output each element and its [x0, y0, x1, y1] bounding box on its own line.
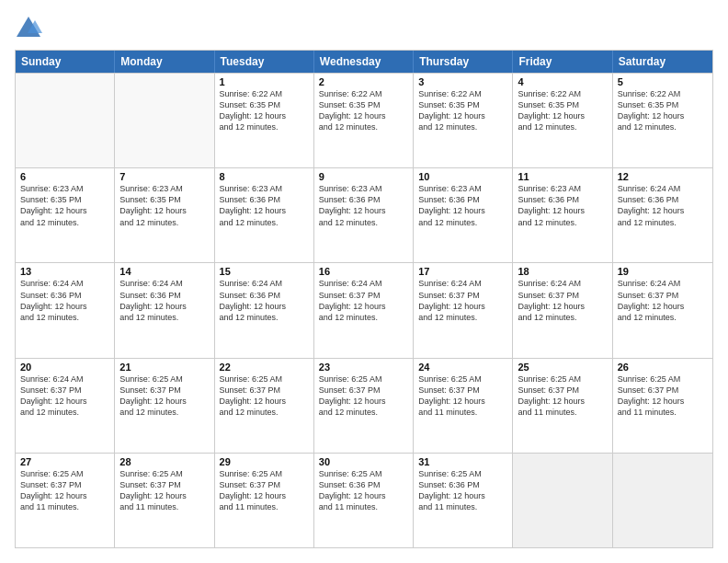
day-number: 15 [220, 266, 309, 277]
day-info: Sunrise: 6:24 AM Sunset: 6:37 PM Dayligh… [618, 278, 708, 323]
day-number: 16 [319, 266, 408, 277]
day-info: Sunrise: 6:25 AM Sunset: 6:37 PM Dayligh… [119, 373, 209, 419]
day-number: 3 [418, 76, 507, 87]
day-number: 20 [20, 362, 109, 373]
day-number: 14 [119, 266, 209, 277]
day-number: 18 [518, 266, 607, 277]
calendar-cell [513, 454, 612, 547]
day-number: 23 [319, 362, 408, 373]
day-info: Sunrise: 6:25 AM Sunset: 6:37 PM Dayligh… [119, 468, 209, 513]
day-number: 10 [418, 171, 507, 182]
day-info: Sunrise: 6:25 AM Sunset: 6:36 PM Dayligh… [418, 468, 507, 513]
calendar-cell: 20Sunrise: 6:24 AM Sunset: 6:37 PM Dayli… [16, 359, 115, 453]
calendar-cell: 24Sunrise: 6:25 AM Sunset: 6:37 PM Dayli… [414, 359, 513, 453]
page: SundayMondayTuesdayWednesdayThursdayFrid… [0, 0, 728, 563]
calendar-cell: 8Sunrise: 6:23 AM Sunset: 6:36 PM Daylig… [215, 168, 314, 262]
calendar-cell: 23Sunrise: 6:25 AM Sunset: 6:37 PM Dayli… [314, 359, 414, 453]
calendar-cell [16, 74, 115, 167]
day-number: 7 [119, 171, 209, 182]
day-number: 12 [618, 171, 708, 182]
day-number: 1 [220, 76, 309, 87]
day-info: Sunrise: 6:25 AM Sunset: 6:37 PM Dayligh… [319, 373, 408, 419]
day-info: Sunrise: 6:23 AM Sunset: 6:35 PM Dayligh… [119, 183, 209, 228]
day-number: 29 [220, 456, 309, 467]
calendar-cell [115, 74, 214, 167]
calendar: SundayMondayTuesdayWednesdayThursdayFrid… [15, 50, 713, 548]
day-info: Sunrise: 6:23 AM Sunset: 6:36 PM Dayligh… [220, 183, 309, 228]
calendar-cell: 21Sunrise: 6:25 AM Sunset: 6:37 PM Dayli… [115, 359, 214, 453]
day-info: Sunrise: 6:22 AM Sunset: 6:35 PM Dayligh… [319, 88, 408, 133]
calendar-cell: 1Sunrise: 6:22 AM Sunset: 6:35 PM Daylig… [215, 74, 314, 167]
calendar-cell: 19Sunrise: 6:24 AM Sunset: 6:37 PM Dayli… [613, 263, 712, 357]
day-info: Sunrise: 6:24 AM Sunset: 6:36 PM Dayligh… [20, 278, 109, 323]
calendar-cell: 14Sunrise: 6:24 AM Sunset: 6:36 PM Dayli… [115, 263, 214, 357]
day-info: Sunrise: 6:23 AM Sunset: 6:35 PM Dayligh… [20, 183, 109, 228]
day-info: Sunrise: 6:25 AM Sunset: 6:37 PM Dayligh… [20, 468, 109, 513]
day-info: Sunrise: 6:25 AM Sunset: 6:37 PM Dayligh… [220, 468, 309, 513]
calendar-cell: 11Sunrise: 6:23 AM Sunset: 6:36 PM Dayli… [513, 168, 612, 262]
day-number: 17 [418, 266, 507, 277]
header-day-sunday: Sunday [16, 51, 115, 73]
calendar-cell: 7Sunrise: 6:23 AM Sunset: 6:35 PM Daylig… [115, 168, 214, 262]
day-number: 8 [220, 171, 309, 182]
calendar-cell: 2Sunrise: 6:22 AM Sunset: 6:35 PM Daylig… [314, 74, 414, 167]
calendar-cell: 30Sunrise: 6:25 AM Sunset: 6:36 PM Dayli… [314, 454, 414, 547]
day-info: Sunrise: 6:23 AM Sunset: 6:36 PM Dayligh… [319, 183, 408, 228]
header [15, 15, 713, 40]
week-row-0: 1Sunrise: 6:22 AM Sunset: 6:35 PM Daylig… [16, 73, 712, 167]
day-number: 6 [20, 171, 109, 182]
calendar-body: 1Sunrise: 6:22 AM Sunset: 6:35 PM Daylig… [16, 73, 712, 547]
day-number: 31 [418, 456, 507, 467]
day-info: Sunrise: 6:25 AM Sunset: 6:36 PM Dayligh… [319, 468, 408, 513]
calendar-cell: 18Sunrise: 6:24 AM Sunset: 6:37 PM Dayli… [513, 263, 612, 357]
calendar-cell: 31Sunrise: 6:25 AM Sunset: 6:36 PM Dayli… [414, 454, 513, 547]
day-number: 28 [119, 456, 209, 467]
day-info: Sunrise: 6:22 AM Sunset: 6:35 PM Dayligh… [220, 88, 309, 133]
calendar-cell: 10Sunrise: 6:23 AM Sunset: 6:36 PM Dayli… [414, 168, 513, 262]
calendar-cell: 27Sunrise: 6:25 AM Sunset: 6:37 PM Dayli… [16, 454, 115, 547]
week-row-4: 27Sunrise: 6:25 AM Sunset: 6:37 PM Dayli… [16, 453, 712, 547]
calendar-cell [613, 454, 712, 547]
header-day-saturday: Saturday [613, 51, 712, 73]
day-number: 9 [319, 171, 408, 182]
calendar-cell: 16Sunrise: 6:24 AM Sunset: 6:37 PM Dayli… [314, 263, 414, 357]
day-number: 4 [518, 76, 607, 87]
day-info: Sunrise: 6:23 AM Sunset: 6:36 PM Dayligh… [518, 183, 607, 228]
day-number: 27 [20, 456, 109, 467]
day-info: Sunrise: 6:25 AM Sunset: 6:37 PM Dayligh… [418, 373, 507, 419]
day-info: Sunrise: 6:25 AM Sunset: 6:37 PM Dayligh… [618, 373, 708, 419]
day-info: Sunrise: 6:24 AM Sunset: 6:37 PM Dayligh… [418, 278, 507, 323]
header-day-tuesday: Tuesday [215, 51, 314, 73]
calendar-cell: 12Sunrise: 6:24 AM Sunset: 6:36 PM Dayli… [613, 168, 712, 262]
day-info: Sunrise: 6:23 AM Sunset: 6:36 PM Dayligh… [418, 183, 507, 228]
calendar-cell: 13Sunrise: 6:24 AM Sunset: 6:36 PM Dayli… [16, 263, 115, 357]
header-day-wednesday: Wednesday [314, 51, 414, 73]
week-row-2: 13Sunrise: 6:24 AM Sunset: 6:36 PM Dayli… [16, 262, 712, 357]
calendar-cell: 28Sunrise: 6:25 AM Sunset: 6:37 PM Dayli… [115, 454, 214, 547]
day-info: Sunrise: 6:24 AM Sunset: 6:37 PM Dayligh… [518, 278, 607, 323]
calendar-cell: 9Sunrise: 6:23 AM Sunset: 6:36 PM Daylig… [314, 168, 414, 262]
calendar-cell: 22Sunrise: 6:25 AM Sunset: 6:37 PM Dayli… [215, 359, 314, 453]
day-number: 22 [220, 362, 309, 373]
day-info: Sunrise: 6:22 AM Sunset: 6:35 PM Dayligh… [618, 88, 708, 133]
day-info: Sunrise: 6:24 AM Sunset: 6:37 PM Dayligh… [20, 373, 109, 419]
header-day-thursday: Thursday [414, 51, 513, 73]
day-number: 24 [418, 362, 507, 373]
day-number: 30 [319, 456, 408, 467]
calendar-cell: 17Sunrise: 6:24 AM Sunset: 6:37 PM Dayli… [414, 263, 513, 357]
week-row-3: 20Sunrise: 6:24 AM Sunset: 6:37 PM Dayli… [16, 358, 712, 453]
day-info: Sunrise: 6:24 AM Sunset: 6:36 PM Dayligh… [618, 183, 708, 228]
day-number: 5 [618, 76, 708, 87]
day-info: Sunrise: 6:24 AM Sunset: 6:36 PM Dayligh… [220, 278, 309, 323]
day-number: 25 [518, 362, 607, 373]
calendar-cell: 5Sunrise: 6:22 AM Sunset: 6:35 PM Daylig… [613, 74, 712, 167]
logo-icon [15, 15, 42, 40]
header-day-monday: Monday [115, 51, 214, 73]
logo [15, 15, 44, 40]
week-row-1: 6Sunrise: 6:23 AM Sunset: 6:35 PM Daylig… [16, 167, 712, 262]
day-info: Sunrise: 6:25 AM Sunset: 6:37 PM Dayligh… [220, 373, 309, 419]
calendar-cell: 26Sunrise: 6:25 AM Sunset: 6:37 PM Dayli… [613, 359, 712, 453]
day-number: 13 [20, 266, 109, 277]
day-info: Sunrise: 6:24 AM Sunset: 6:37 PM Dayligh… [319, 278, 408, 323]
calendar-cell: 4Sunrise: 6:22 AM Sunset: 6:35 PM Daylig… [513, 74, 612, 167]
